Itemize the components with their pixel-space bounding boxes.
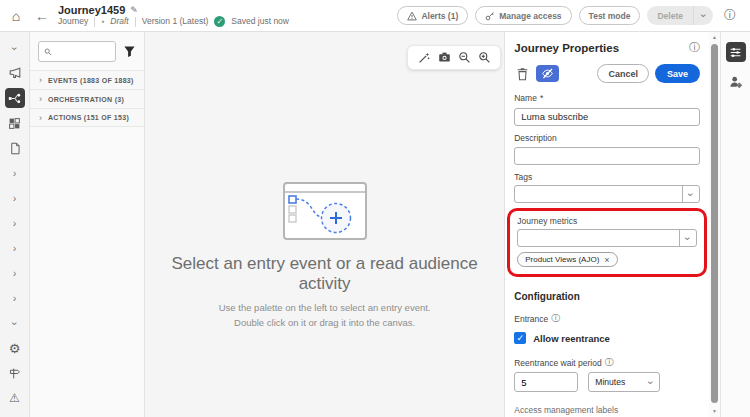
canvas-hint-line2: Double click on it or drag it into the c… (145, 316, 504, 331)
entry-event-illustration (283, 182, 367, 240)
sidebar-item-collapsed-5[interactable]: › (5, 263, 25, 283)
journey-metrics-picker[interactable]: › (517, 229, 697, 247)
signpost-icon (8, 367, 21, 380)
rail-collapse-button[interactable]: › (5, 38, 25, 58)
chevron-down-icon: › (9, 46, 20, 50)
reentrance-wait-field[interactable] (514, 372, 578, 392)
zoom-out-button[interactable] (456, 50, 472, 66)
chevron-right-icon: › (39, 113, 42, 123)
eye-off-icon (541, 67, 554, 80)
sidebar-item-journeys[interactable] (5, 88, 25, 108)
palette-section-actions[interactable]: › ACTIONS (151 OF 153) (30, 108, 144, 127)
palette-section-orchestration[interactable]: › ORCHESTRATION (3) (30, 89, 144, 108)
description-field[interactable] (514, 147, 700, 165)
rail-expand-button[interactable]: › (5, 313, 25, 333)
right-tool-rail (721, 32, 750, 417)
delete-journey-button[interactable] (514, 66, 530, 82)
panel-scrollbar[interactable]: ▲ ▼ (709, 32, 721, 417)
sidebar-item-campaigns[interactable] (5, 63, 25, 83)
allow-reentrance-checkbox-row[interactable]: ✓ Allow reentrance (514, 332, 700, 344)
info-icon[interactable]: ⓘ (689, 40, 700, 55)
sidebar-item-collapsed-4[interactable]: › (5, 238, 25, 258)
journey-canvas[interactable]: Select an entry event or a read audience… (145, 32, 504, 417)
settings-sliders-icon (729, 46, 742, 59)
canvas-hint-line1: Use the palette on the left to select an… (145, 301, 504, 316)
info-icon[interactable]: ⓘ (605, 356, 614, 369)
divider (135, 17, 136, 27)
wait-unit-value: Minutes (589, 373, 642, 391)
key-icon (485, 11, 495, 21)
sidebar-item-collapsed-2[interactable]: › (5, 188, 25, 208)
chevron-down-icon: › (642, 373, 659, 391)
home-button[interactable]: ⌂ (6, 6, 26, 26)
help-button[interactable]: ⓘ (720, 6, 740, 26)
wait-unit-picker[interactable]: Minutes › (588, 372, 660, 392)
alerts-label: Alerts (1) (421, 11, 458, 21)
zoom-in-button[interactable] (476, 50, 492, 66)
alert-triangle-icon (407, 11, 417, 21)
checkbox-checked-icon[interactable]: ✓ (514, 332, 526, 344)
chevron-right-icon: › (13, 293, 17, 304)
sidebar-item-settings[interactable]: ⚙ (5, 338, 25, 358)
chevron-down-icon: › (698, 14, 709, 18)
delete-button[interactable]: Delete (647, 6, 693, 25)
sidebar-item-collapsed-1[interactable]: › (5, 163, 25, 183)
cancel-button[interactable]: Cancel (597, 64, 649, 83)
rename-icon[interactable]: ✎ (130, 5, 138, 15)
scroll-up-icon[interactable]: ▲ (712, 32, 717, 43)
allow-reentrance-label: Allow reentrance (533, 333, 610, 344)
tags-label: Tags (514, 172, 532, 182)
sidebar-item-collapsed-3[interactable]: › (5, 213, 25, 233)
alerts-button[interactable]: Alerts (1) (397, 6, 468, 25)
version-label: Version 1 (Latest) (142, 17, 209, 27)
auto-layout-button[interactable] (416, 50, 432, 66)
person-gear-icon (729, 75, 743, 89)
journey-title-block: Journey1459 ✎ Journey ● Draft Version 1 … (58, 4, 289, 28)
scrollbar-thumb[interactable] (711, 44, 718, 403)
journey-metrics-highlight: Journey metrics › Product Views (AJO) × (507, 208, 707, 277)
journey-title: Journey1459 (58, 4, 125, 17)
journey-flow-icon (8, 92, 21, 105)
grid-tiles-icon (8, 117, 21, 130)
sidebar-item-offers[interactable] (5, 113, 25, 133)
palette-section-events[interactable]: › EVENTS (1883 OF 1883) (30, 70, 144, 89)
name-field[interactable] (514, 108, 700, 126)
delete-dropdown-button[interactable]: › (693, 6, 713, 25)
properties-panel-toggle[interactable] (726, 42, 746, 62)
info-icon[interactable]: ⓘ (551, 312, 560, 325)
tags-picker[interactable]: › (514, 185, 700, 203)
scroll-down-icon[interactable]: ▼ (712, 406, 717, 417)
remove-tag-icon[interactable]: × (604, 255, 609, 265)
section-label: EVENTS (1883 OF 1883) (48, 77, 134, 84)
top-bar: ⌂ ← Journey1459 ✎ Journey ● Draft Versio… (0, 0, 750, 32)
snapshot-button[interactable] (436, 50, 452, 66)
hide-properties-button[interactable] (536, 65, 559, 82)
section-label: ORCHESTRATION (3) (48, 96, 124, 103)
sidebar-item-collapsed-6[interactable]: › (5, 288, 25, 308)
configuration-heading: Configuration (514, 291, 700, 302)
save-button[interactable]: Save (655, 64, 700, 83)
section-label: ACTIONS (151 OF 153) (48, 114, 129, 121)
description-label: Description (514, 133, 557, 143)
test-mode-button[interactable]: Test mode (579, 6, 641, 25)
test-mode-label: Test mode (589, 11, 631, 21)
sidebar-item-alerts[interactable]: ⚠ (5, 388, 25, 408)
palette-search[interactable] (38, 41, 116, 62)
back-button[interactable]: ← (32, 6, 52, 26)
manage-access-button[interactable]: Manage access (475, 6, 571, 25)
metric-tag[interactable]: Product Views (AJO) × (517, 252, 617, 267)
sidebar-item-guided-setup[interactable] (5, 363, 25, 383)
access-labels-label: Access management labels (514, 405, 618, 415)
chevron-right-icon: › (13, 268, 17, 279)
left-nav-rail: › › › › › › › › ⚙ ⚠ (0, 32, 30, 417)
chevron-down-icon: › (679, 230, 696, 246)
tags-picker-value (515, 186, 682, 202)
canvas-toolbar (407, 45, 501, 70)
profile-settings-toggle[interactable] (726, 72, 746, 92)
filter-funnel-icon[interactable] (123, 45, 136, 58)
name-label: Name (514, 93, 537, 103)
zoom-out-icon (458, 51, 471, 64)
divider (94, 17, 95, 27)
sidebar-item-assets[interactable] (5, 138, 25, 158)
palette-search-input[interactable] (56, 47, 110, 57)
